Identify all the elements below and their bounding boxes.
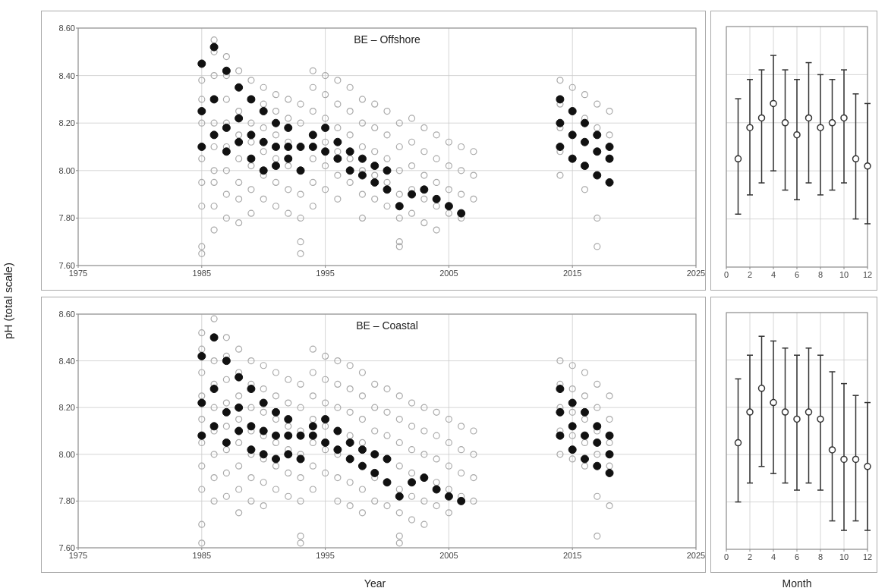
svg-point-470 (396, 463, 402, 469)
svg-point-306 (806, 115, 812, 121)
svg-point-189 (222, 148, 230, 156)
svg-point-446 (347, 480, 353, 486)
svg-text:2: 2 (748, 552, 752, 561)
svg-point-151 (471, 196, 477, 202)
svg-text:12: 12 (863, 552, 872, 561)
svg-point-197 (222, 124, 230, 131)
svg-point-233 (594, 171, 601, 179)
svg-point-223 (445, 203, 452, 210)
svg-point-413 (285, 493, 291, 499)
top-side-svg: 024681012 (711, 11, 877, 290)
svg-point-96 (335, 149, 341, 155)
svg-point-216 (358, 171, 366, 179)
svg-point-145 (458, 144, 464, 150)
svg-point-543 (222, 439, 230, 446)
svg-point-152 (557, 77, 563, 83)
svg-point-77 (298, 191, 304, 197)
svg-point-298 (783, 120, 789, 126)
svg-point-193 (272, 162, 279, 170)
svg-point-229 (606, 143, 613, 151)
svg-point-475 (409, 423, 415, 429)
svg-point-67 (285, 96, 291, 102)
svg-point-581 (581, 408, 588, 416)
svg-point-393 (248, 475, 254, 481)
svg-point-48 (248, 77, 254, 83)
bottom-main-svg: 7.607.808.008.208.408.601975198519952005… (42, 297, 705, 572)
svg-point-648 (770, 400, 776, 406)
svg-point-282 (735, 156, 742, 162)
svg-point-54 (248, 210, 254, 216)
svg-point-43 (236, 132, 242, 138)
svg-point-680 (864, 464, 871, 470)
svg-point-587 (594, 462, 601, 470)
svg-point-218 (383, 186, 391, 193)
svg-text:0: 0 (724, 552, 729, 561)
svg-point-205 (322, 124, 329, 131)
svg-text:1975: 1975 (69, 269, 87, 278)
svg-point-52 (248, 163, 254, 169)
svg-point-453 (359, 486, 365, 492)
svg-text:6: 6 (795, 270, 799, 279)
svg-point-409 (285, 400, 291, 406)
svg-point-95 (335, 124, 341, 130)
svg-point-184 (260, 108, 267, 115)
svg-point-72 (285, 210, 291, 216)
svg-text:8: 8 (818, 552, 823, 561)
svg-point-32 (223, 54, 229, 60)
svg-text:8.40: 8.40 (59, 357, 75, 366)
svg-point-450 (359, 417, 365, 423)
main-container: pH (total scale) 7.607.808.008.208.408.6… (8, 8, 880, 580)
svg-point-210 (383, 167, 391, 175)
svg-point-376 (223, 423, 229, 429)
svg-point-519 (594, 381, 600, 387)
svg-point-547 (272, 455, 279, 463)
svg-text:7.80: 7.80 (59, 496, 75, 505)
svg-text:1995: 1995 (316, 551, 334, 560)
svg-point-405 (272, 439, 279, 445)
svg-rect-353 (78, 314, 696, 548)
svg-text:2: 2 (748, 270, 752, 279)
svg-point-99 (347, 84, 353, 90)
svg-point-514 (581, 369, 587, 376)
svg-point-420 (298, 533, 304, 539)
svg-point-545 (247, 446, 255, 454)
svg-point-550 (210, 385, 218, 393)
svg-point-535 (222, 357, 230, 365)
svg-point-139 (433, 203, 439, 209)
svg-text:BE – Coastal: BE – Coastal (356, 319, 418, 332)
svg-point-443 (347, 409, 353, 415)
svg-point-219 (395, 203, 403, 210)
svg-point-137 (433, 156, 439, 162)
svg-point-192 (260, 167, 267, 175)
svg-point-551 (222, 408, 230, 416)
svg-point-34 (223, 96, 229, 102)
svg-point-546 (260, 451, 267, 458)
svg-point-194 (285, 155, 292, 162)
svg-point-563 (371, 451, 379, 458)
svg-point-575 (420, 474, 428, 482)
svg-point-454 (359, 510, 365, 516)
svg-point-82 (310, 108, 316, 115)
svg-point-63 (272, 132, 279, 138)
svg-point-206 (334, 138, 342, 146)
svg-text:2025: 2025 (687, 269, 705, 278)
svg-point-523 (594, 493, 600, 499)
svg-point-487 (433, 432, 439, 439)
svg-point-518 (581, 463, 587, 469)
svg-point-290 (759, 115, 765, 121)
svg-point-568 (334, 446, 342, 454)
svg-point-73 (298, 101, 304, 107)
svg-point-461 (384, 386, 390, 392)
svg-point-588 (606, 469, 613, 476)
svg-text:1975: 1975 (69, 551, 87, 560)
svg-point-140 (433, 227, 439, 233)
svg-point-422 (310, 369, 316, 376)
svg-point-177 (298, 250, 304, 256)
svg-point-200 (260, 138, 267, 146)
svg-point-593 (606, 451, 613, 458)
svg-text:8.40: 8.40 (59, 71, 75, 80)
svg-point-132 (421, 149, 427, 155)
svg-point-62 (272, 108, 279, 115)
svg-point-476 (409, 447, 415, 453)
svg-point-577 (445, 492, 452, 500)
